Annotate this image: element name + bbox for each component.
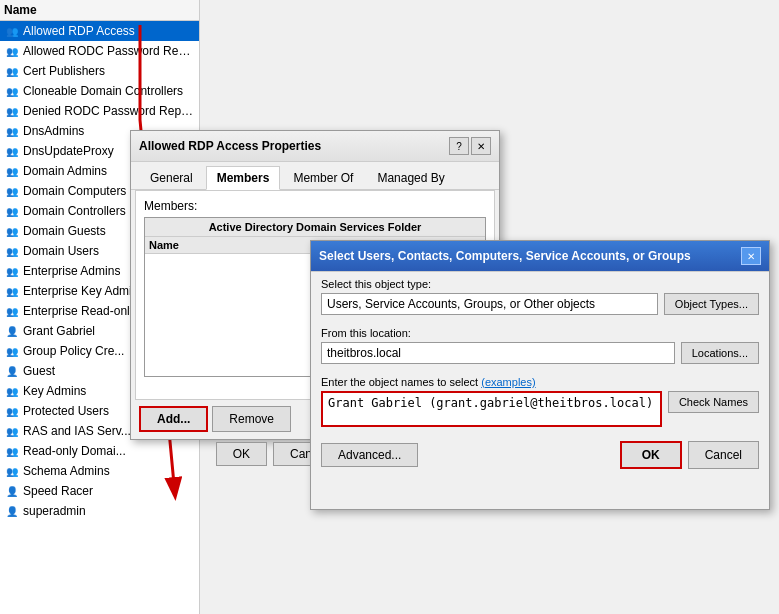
group-icon: 👥 (4, 403, 20, 419)
titlebar-buttons: ? ✕ (449, 137, 491, 155)
props-tabs: General Members Member Of Managed By (131, 162, 499, 190)
list-item-label: Domain Computers (23, 184, 126, 198)
remove-button[interactable]: Remove (212, 406, 291, 432)
list-item-label: Read-only Domai... (23, 444, 126, 458)
location-input[interactable] (321, 342, 675, 364)
list-item-label: Group Policy Cre... (23, 344, 124, 358)
group-icon: 👥 (4, 143, 20, 159)
group-icon: 👥 (4, 383, 20, 399)
list-item[interactable]: 👥Allowed RDP Access (0, 21, 199, 41)
list-item[interactable]: 👥Cloneable Domain Controllers (0, 81, 199, 101)
group-icon: 👥 (4, 443, 20, 459)
select-users-dialog: Select Users, Contacts, Computers, Servi… (310, 240, 770, 510)
list-item-label: Domain Users (23, 244, 99, 258)
group-icon: 👤 (4, 363, 20, 379)
add-button[interactable]: Add... (139, 406, 208, 432)
select-footer-left: Advanced... (321, 443, 418, 467)
list-header: Name (0, 0, 199, 21)
list-item-label: Allowed RDP Access (23, 24, 135, 38)
list-item-label: Domain Guests (23, 224, 106, 238)
select-ok-button[interactable]: OK (620, 441, 682, 469)
props-dialog-titlebar: Allowed RDP Access Properties ? ✕ (131, 131, 499, 162)
group-icon: 👤 (4, 323, 20, 339)
object-type-input[interactable] (321, 293, 658, 315)
group-icon: 👥 (4, 203, 20, 219)
group-icon: 👥 (4, 423, 20, 439)
group-icon: 👥 (4, 23, 20, 39)
list-item-label: Allowed RODC Password Repli... (23, 44, 195, 58)
group-icon: 👥 (4, 303, 20, 319)
list-item-label: Speed Racer (23, 484, 93, 498)
select-cancel-button[interactable]: Cancel (688, 441, 759, 469)
select-footer: Advanced... OK Cancel (311, 433, 769, 477)
list-item[interactable]: 👥Allowed RODC Password Repli... (0, 41, 199, 61)
group-icon: 👥 (4, 463, 20, 479)
object-names-section: Enter the object names to select (exampl… (311, 370, 769, 433)
list-item[interactable]: 👥Denied RODC Password Replic... (0, 101, 199, 121)
list-item-label: Protected Users (23, 404, 109, 418)
locations-button[interactable]: Locations... (681, 342, 759, 364)
tab-managed-by[interactable]: Managed By (366, 166, 455, 189)
group-icon: 👥 (4, 83, 20, 99)
examples-link[interactable]: (examples) (481, 376, 535, 388)
group-icon: 👤 (4, 483, 20, 499)
group-icon: 👥 (4, 163, 20, 179)
object-type-row: Object Types... (321, 293, 759, 315)
location-row: Locations... (321, 342, 759, 364)
list-item-label: RAS and IAS Serv... (23, 424, 131, 438)
table-header: Active Directory Domain Services Folder (145, 218, 485, 237)
props-dialog-title: Allowed RDP Access Properties (139, 139, 321, 153)
list-item-label: DnsAdmins (23, 124, 84, 138)
members-label: Members: (144, 199, 486, 213)
list-item-label: Domain Controllers (23, 204, 126, 218)
object-names-label: Enter the object names to select (exampl… (321, 376, 759, 388)
list-item-label: Cert Publishers (23, 64, 105, 78)
object-names-input[interactable] (321, 391, 662, 427)
select-dialog-titlebar: Select Users, Contacts, Computers, Servi… (311, 241, 769, 272)
object-types-button[interactable]: Object Types... (664, 293, 759, 315)
location-label: From this location: (321, 327, 759, 339)
list-item[interactable]: 👤Speed Racer (0, 481, 199, 501)
group-icon: 👥 (4, 43, 20, 59)
select-footer-right: OK Cancel (620, 441, 759, 469)
select-dialog-title: Select Users, Contacts, Computers, Servi… (319, 249, 691, 263)
object-names-row: Check Names (321, 391, 759, 427)
group-icon: 👥 (4, 63, 20, 79)
list-item-label: Grant Gabriel (23, 324, 95, 338)
list-item-label: Denied RODC Password Replic... (23, 104, 195, 118)
list-item[interactable]: 👥Cert Publishers (0, 61, 199, 81)
help-button[interactable]: ? (449, 137, 469, 155)
tab-members[interactable]: Members (206, 166, 281, 190)
close-button[interactable]: ✕ (471, 137, 491, 155)
list-item-label: Enterprise Key Admins (23, 284, 144, 298)
list-item-label: Guest (23, 364, 55, 378)
list-item-label: Schema Admins (23, 464, 110, 478)
select-titlebar-buttons: ✕ (741, 247, 761, 265)
list-item[interactable]: 👤superadmin (0, 501, 199, 521)
object-type-label: Select this object type: (321, 278, 759, 290)
ok-button[interactable]: OK (216, 442, 267, 466)
select-close-button[interactable]: ✕ (741, 247, 761, 265)
object-type-section: Select this object type: Object Types... (311, 272, 769, 321)
list-item-label: superadmin (23, 504, 86, 518)
group-icon: 👤 (4, 503, 20, 519)
list-item-label: Key Admins (23, 384, 86, 398)
list-item-label: Enterprise Admins (23, 264, 120, 278)
name-column-header: Name (4, 3, 134, 17)
group-icon: 👥 (4, 103, 20, 119)
list-item-label: Cloneable Domain Controllers (23, 84, 183, 98)
list-item-label: DnsUpdateProxy (23, 144, 114, 158)
group-icon: 👥 (4, 183, 20, 199)
advanced-button[interactable]: Advanced... (321, 443, 418, 467)
check-names-button[interactable]: Check Names (668, 391, 759, 413)
tab-general[interactable]: General (139, 166, 204, 189)
group-icon: 👥 (4, 223, 20, 239)
tab-member-of[interactable]: Member Of (282, 166, 364, 189)
group-icon: 👥 (4, 283, 20, 299)
group-icon: 👥 (4, 243, 20, 259)
location-section: From this location: Locations... (311, 321, 769, 370)
list-item-label: Domain Admins (23, 164, 107, 178)
group-icon: 👥 (4, 263, 20, 279)
group-icon: 👥 (4, 343, 20, 359)
group-icon: 👥 (4, 123, 20, 139)
